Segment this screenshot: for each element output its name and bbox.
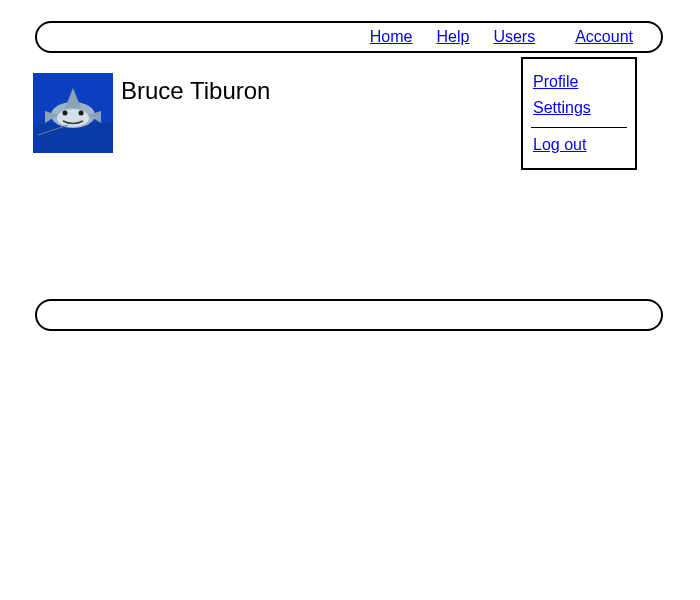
dropdown-profile-link[interactable]: Profile (523, 69, 635, 95)
nav-users-link[interactable]: Users (493, 28, 535, 46)
nav-home-link[interactable]: Home (370, 28, 413, 46)
avatar (33, 73, 113, 153)
dropdown-settings-link[interactable]: Settings (523, 95, 635, 121)
username-heading: Bruce Tiburon (121, 77, 270, 105)
dropdown-logout-link[interactable]: Log out (523, 132, 635, 158)
profile-section: Bruce Tiburon (33, 73, 270, 153)
svg-point-8 (79, 111, 84, 116)
nav-help-link[interactable]: Help (437, 28, 470, 46)
footer-bar (35, 299, 663, 331)
svg-point-6 (57, 109, 89, 127)
dropdown-divider (531, 127, 627, 128)
svg-point-7 (63, 111, 68, 116)
shark-icon (33, 73, 113, 153)
nav-account-link[interactable]: Account (575, 28, 633, 46)
top-nav: Home Help Users Account (35, 21, 663, 53)
account-dropdown: Profile Settings Log out (521, 57, 637, 170)
